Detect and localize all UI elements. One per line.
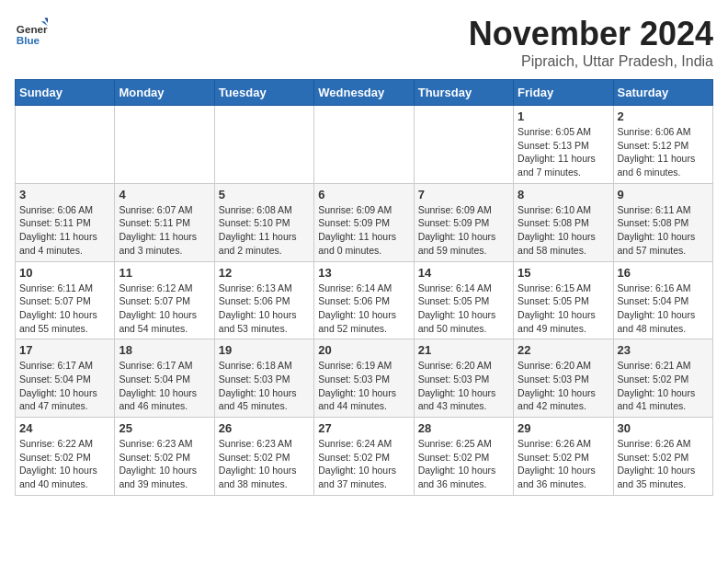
day-cell [115, 106, 214, 184]
day-number: 12 [219, 266, 310, 280]
logo: General Blue [15, 15, 48, 48]
day-number: 21 [418, 343, 509, 357]
day-cell: 3Sunrise: 6:06 AM Sunset: 5:11 PM Daylig… [16, 183, 115, 261]
week-row-2: 10Sunrise: 6:11 AM Sunset: 5:07 PM Dayli… [16, 261, 713, 339]
day-cell: 29Sunrise: 6:26 AM Sunset: 5:02 PM Dayli… [514, 418, 613, 496]
day-cell [414, 106, 513, 184]
weekday-saturday: Saturday [613, 80, 712, 106]
day-number: 2 [618, 109, 709, 123]
day-number: 27 [318, 421, 409, 435]
day-info: Sunrise: 6:07 AM Sunset: 5:11 PM Dayligh… [119, 203, 210, 258]
day-number: 18 [119, 343, 210, 357]
day-number: 1 [518, 109, 609, 123]
day-number: 14 [418, 266, 509, 280]
day-cell: 19Sunrise: 6:18 AM Sunset: 5:03 PM Dayli… [214, 339, 313, 418]
weekday-sunday: Sunday [16, 80, 115, 106]
day-info: Sunrise: 6:24 AM Sunset: 5:02 PM Dayligh… [318, 437, 409, 491]
day-info: Sunrise: 6:20 AM Sunset: 5:03 PM Dayligh… [418, 359, 509, 413]
day-number: 24 [19, 421, 110, 435]
day-number: 22 [518, 343, 609, 357]
weekday-tuesday: Tuesday [214, 80, 313, 106]
weekday-wednesday: Wednesday [314, 80, 414, 106]
day-cell: 12Sunrise: 6:13 AM Sunset: 5:06 PM Dayli… [214, 261, 313, 339]
day-cell: 24Sunrise: 6:22 AM Sunset: 5:02 PM Dayli… [16, 418, 115, 496]
day-number: 19 [219, 343, 310, 357]
day-info: Sunrise: 6:08 AM Sunset: 5:10 PM Dayligh… [219, 203, 310, 258]
day-cell: 30Sunrise: 6:26 AM Sunset: 5:02 PM Dayli… [613, 418, 712, 496]
day-info: Sunrise: 6:11 AM Sunset: 5:07 PM Dayligh… [19, 282, 110, 336]
day-cell [16, 106, 115, 184]
day-cell: 22Sunrise: 6:20 AM Sunset: 5:03 PM Dayli… [514, 339, 613, 418]
day-number: 30 [618, 421, 709, 435]
week-row-0: 1Sunrise: 6:05 AM Sunset: 5:13 PM Daylig… [16, 106, 713, 184]
logo-icon: General Blue [15, 15, 48, 48]
day-number: 5 [219, 188, 310, 201]
svg-text:Blue: Blue [17, 34, 40, 46]
day-info: Sunrise: 6:10 AM Sunset: 5:08 PM Dayligh… [518, 203, 609, 258]
day-number: 8 [518, 188, 609, 201]
weekday-friday: Friday [514, 80, 613, 106]
day-number: 10 [19, 266, 110, 280]
day-number: 13 [318, 266, 409, 280]
page-title: November 2024 [469, 15, 713, 53]
week-row-4: 24Sunrise: 6:22 AM Sunset: 5:02 PM Dayli… [16, 418, 713, 496]
day-cell: 25Sunrise: 6:23 AM Sunset: 5:02 PM Dayli… [115, 418, 214, 496]
day-cell: 21Sunrise: 6:20 AM Sunset: 5:03 PM Dayli… [414, 339, 513, 418]
day-cell: 1Sunrise: 6:05 AM Sunset: 5:13 PM Daylig… [514, 106, 613, 184]
day-info: Sunrise: 6:17 AM Sunset: 5:04 PM Dayligh… [119, 359, 210, 413]
day-info: Sunrise: 6:05 AM Sunset: 5:13 PM Dayligh… [518, 125, 609, 179]
day-info: Sunrise: 6:26 AM Sunset: 5:02 PM Dayligh… [518, 437, 609, 491]
day-cell: 7Sunrise: 6:09 AM Sunset: 5:09 PM Daylig… [414, 183, 513, 261]
day-cell: 26Sunrise: 6:23 AM Sunset: 5:02 PM Dayli… [214, 418, 313, 496]
day-cell: 2Sunrise: 6:06 AM Sunset: 5:12 PM Daylig… [613, 106, 712, 184]
day-info: Sunrise: 6:16 AM Sunset: 5:04 PM Dayligh… [618, 282, 709, 336]
day-number: 16 [618, 266, 709, 280]
day-info: Sunrise: 6:17 AM Sunset: 5:04 PM Dayligh… [19, 359, 110, 413]
day-number: 17 [19, 343, 110, 357]
day-info: Sunrise: 6:12 AM Sunset: 5:07 PM Dayligh… [119, 282, 210, 336]
page-subtitle: Pipraich, Uttar Pradesh, India [469, 53, 713, 70]
day-number: 15 [518, 266, 609, 280]
day-number: 28 [418, 421, 509, 435]
day-number: 11 [119, 266, 210, 280]
day-cell: 13Sunrise: 6:14 AM Sunset: 5:06 PM Dayli… [314, 261, 414, 339]
day-info: Sunrise: 6:18 AM Sunset: 5:03 PM Dayligh… [219, 359, 310, 413]
day-info: Sunrise: 6:20 AM Sunset: 5:03 PM Dayligh… [518, 359, 609, 413]
day-info: Sunrise: 6:22 AM Sunset: 5:02 PM Dayligh… [19, 437, 110, 491]
day-info: Sunrise: 6:15 AM Sunset: 5:05 PM Dayligh… [518, 282, 609, 336]
day-number: 9 [618, 188, 709, 201]
day-number: 20 [318, 343, 409, 357]
weekday-thursday: Thursday [414, 80, 513, 106]
day-cell: 18Sunrise: 6:17 AM Sunset: 5:04 PM Dayli… [115, 339, 214, 418]
day-cell: 23Sunrise: 6:21 AM Sunset: 5:02 PM Dayli… [613, 339, 712, 418]
day-info: Sunrise: 6:25 AM Sunset: 5:02 PM Dayligh… [418, 437, 509, 491]
day-number: 23 [618, 343, 709, 357]
day-number: 4 [119, 188, 210, 201]
day-cell: 20Sunrise: 6:19 AM Sunset: 5:03 PM Dayli… [314, 339, 414, 418]
day-info: Sunrise: 6:19 AM Sunset: 5:03 PM Dayligh… [318, 359, 409, 413]
day-cell: 10Sunrise: 6:11 AM Sunset: 5:07 PM Dayli… [16, 261, 115, 339]
day-info: Sunrise: 6:14 AM Sunset: 5:05 PM Dayligh… [418, 282, 509, 336]
calendar-body: 1Sunrise: 6:05 AM Sunset: 5:13 PM Daylig… [16, 106, 713, 496]
day-cell: 17Sunrise: 6:17 AM Sunset: 5:04 PM Dayli… [16, 339, 115, 418]
day-number: 29 [518, 421, 609, 435]
day-number: 25 [119, 421, 210, 435]
day-cell: 14Sunrise: 6:14 AM Sunset: 5:05 PM Dayli… [414, 261, 513, 339]
week-row-1: 3Sunrise: 6:06 AM Sunset: 5:11 PM Daylig… [16, 183, 713, 261]
day-cell [314, 106, 414, 184]
day-cell: 15Sunrise: 6:15 AM Sunset: 5:05 PM Dayli… [514, 261, 613, 339]
day-number: 7 [418, 188, 509, 201]
day-info: Sunrise: 6:26 AM Sunset: 5:02 PM Dayligh… [618, 437, 709, 491]
page-header: General Blue November 2024 Pipraich, Utt… [15, 15, 713, 70]
day-info: Sunrise: 6:09 AM Sunset: 5:09 PM Dayligh… [318, 203, 409, 258]
day-info: Sunrise: 6:09 AM Sunset: 5:09 PM Dayligh… [418, 203, 509, 258]
day-number: 26 [219, 421, 310, 435]
day-info: Sunrise: 6:06 AM Sunset: 5:11 PM Dayligh… [19, 203, 110, 258]
week-row-3: 17Sunrise: 6:17 AM Sunset: 5:04 PM Dayli… [16, 339, 713, 418]
day-cell: 6Sunrise: 6:09 AM Sunset: 5:09 PM Daylig… [314, 183, 414, 261]
day-info: Sunrise: 6:23 AM Sunset: 5:02 PM Dayligh… [219, 437, 310, 491]
weekday-header-row: SundayMondayTuesdayWednesdayThursdayFrid… [16, 80, 713, 106]
day-cell: 27Sunrise: 6:24 AM Sunset: 5:02 PM Dayli… [314, 418, 414, 496]
day-info: Sunrise: 6:13 AM Sunset: 5:06 PM Dayligh… [219, 282, 310, 336]
day-cell: 11Sunrise: 6:12 AM Sunset: 5:07 PM Dayli… [115, 261, 214, 339]
